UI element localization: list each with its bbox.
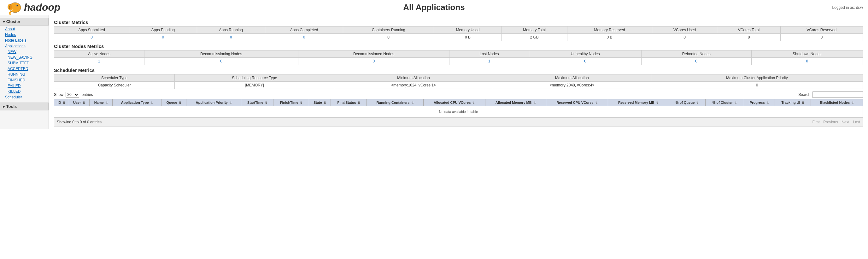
col-minimum-allocation: Minimum Allocation <box>334 75 493 82</box>
header: hadoop All Applications Logged in as: dr… <box>0 0 868 15</box>
th-allocated-cpu-vcores[interactable]: Allocated CPU VCores ⇅ <box>423 99 485 106</box>
page-title: All Applications <box>403 2 465 12</box>
th-finalstatus[interactable]: FinalStatus ⇅ <box>331 99 367 106</box>
pagination-last[interactable]: Last <box>853 120 860 124</box>
th-allocated-memory-mb[interactable]: Allocated Memory MB ⇅ <box>485 99 546 106</box>
search-label: Search: <box>798 92 811 97</box>
col-shutdown-nodes: Shutdown Nodes <box>751 51 863 58</box>
val-memory-used: 0 B <box>434 34 502 41</box>
col-apps-submitted: Apps Submitted <box>54 27 129 34</box>
sidebar-item-running[interactable]: RUNNING <box>0 71 49 77</box>
hadoop-logo <box>5 0 24 16</box>
showing-text: Showing 0 to 0 of 0 entries <box>57 120 101 124</box>
sort-priority-icon: ⇅ <box>229 101 232 105</box>
sidebar-item-new[interactable]: NEW <box>0 49 49 55</box>
apps-table: ID ⇅ User ⇅ Name ⇅ Application Type ⇅ Qu… <box>54 99 863 118</box>
show-label: Show <box>54 92 63 97</box>
val-apps-running: 0 <box>197 34 265 41</box>
sidebar-item-new-saving[interactable]: NEW_SAVING <box>0 55 49 60</box>
sidebar-item-failed[interactable]: FAILED <box>0 83 49 89</box>
val-containers-running: 0 <box>343 34 434 41</box>
val-vcores-used: 0 <box>652 34 717 41</box>
th-application-priority[interactable]: Application Priority ⇅ <box>186 99 241 106</box>
th-reserved-cpu-vcores[interactable]: Reserved CPU VCores ⇅ <box>546 99 608 106</box>
th-tracking-ui[interactable]: Tracking UI ⇅ <box>775 99 811 106</box>
pagination-first[interactable]: First <box>812 120 820 124</box>
th-reserved-memory-mb[interactable]: Reserved Memory MB ⇅ <box>608 99 669 106</box>
entries-select[interactable]: 10 20 50 100 <box>66 92 79 97</box>
th-finishtime[interactable]: FinishTime ⇅ <box>274 99 309 106</box>
th-queue[interactable]: Queue ⇅ <box>161 99 186 106</box>
th-progress[interactable]: Progress ⇅ <box>744 99 775 106</box>
val-lost-nodes: 1 <box>450 58 529 65</box>
cluster-nodes-metrics-table: Active Nodes Decommissioning Nodes Decom… <box>54 50 863 65</box>
sidebar-item-submitted[interactable]: SUBMITTED <box>0 60 49 66</box>
th-name[interactable]: Name ⇅ <box>90 99 113 106</box>
sort-name-icon: ⇅ <box>105 101 108 105</box>
th-blacklisted-nodes[interactable]: Blacklisted Nodes ⇅ <box>811 99 863 106</box>
col-active-nodes: Active Nodes <box>54 51 145 58</box>
sidebar-item-applications[interactable]: Applications <box>0 43 49 49</box>
col-apps-pending: Apps Pending <box>129 27 197 34</box>
no-data-row: No data available in table <box>54 106 863 118</box>
val-memory-reserved: 0 B <box>567 34 652 41</box>
sort-queue-icon: ⇅ <box>179 101 181 105</box>
svg-point-3 <box>17 5 18 7</box>
sort-reserved-mem-icon: ⇅ <box>656 101 658 105</box>
val-scheduling-resource-type: [MEMORY] <box>175 82 334 89</box>
val-maximum-allocation: <memory:2048, vCores:4> <box>493 82 651 89</box>
th-pct-queue[interactable]: % of Queue ⇅ <box>669 99 705 106</box>
scheduler-metrics-title: Scheduler Metrics <box>54 67 863 73</box>
logo-text: hadoop <box>24 2 61 13</box>
th-state[interactable]: State ⇅ <box>309 99 331 106</box>
pagination: First Previous Next Last <box>810 120 860 124</box>
val-apps-pending: 0 <box>129 34 197 41</box>
sidebar-item-nodes[interactable]: Nodes <box>0 32 49 37</box>
pagination-next[interactable]: Next <box>841 120 849 124</box>
no-data-message: No data available in table <box>54 106 863 118</box>
sort-containers-icon: ⇅ <box>411 101 414 105</box>
th-starttime[interactable]: StartTime ⇅ <box>241 99 274 106</box>
sidebar-item-finished[interactable]: FINISHED <box>0 77 49 83</box>
col-memory-total: Memory Total <box>501 27 567 34</box>
logged-in-status: Logged in as: dr.w <box>832 5 863 10</box>
sort-starttime-icon: ⇅ <box>265 101 268 105</box>
sidebar-item-node-labels[interactable]: Node Labels <box>0 37 49 43</box>
sort-state-icon: ⇅ <box>323 101 326 105</box>
sidebar-item-scheduler[interactable]: Scheduler <box>0 94 49 100</box>
table-controls: Show 10 20 50 100 entries Search: <box>54 91 863 98</box>
val-rebooted-nodes: 0 <box>641 58 751 65</box>
th-id[interactable]: ID ⇅ <box>54 99 69 106</box>
sidebar-cluster-header[interactable]: Cluster <box>0 18 49 26</box>
search-input[interactable] <box>812 91 863 98</box>
val-minimum-allocation: <memory:1024, vCores:1> <box>334 82 493 89</box>
entries-label: entries <box>82 92 93 97</box>
col-scheduler-type: Scheduler Type <box>54 75 175 82</box>
val-vcores-reserved: 0 <box>780 34 863 41</box>
th-application-type[interactable]: Application Type ⇅ <box>113 99 161 106</box>
sidebar-item-killed[interactable]: KILLED <box>0 89 49 94</box>
val-max-cluster-app-priority: 0 <box>651 82 863 89</box>
sort-pct-cluster-icon: ⇅ <box>734 101 737 105</box>
col-decommissioned-nodes: Decommissioned Nodes <box>298 51 449 58</box>
val-active-nodes: 1 <box>54 58 145 65</box>
sort-id-icon: ⇅ <box>63 101 65 105</box>
table-footer: Showing 0 to 0 of 0 entries First Previo… <box>54 118 863 126</box>
val-apps-completed: 0 <box>265 34 343 41</box>
pagination-previous[interactable]: Previous <box>823 120 838 124</box>
sort-pct-queue-icon: ⇅ <box>696 101 699 105</box>
th-pct-cluster[interactable]: % of Cluster ⇅ <box>706 99 744 106</box>
sort-allocated-mem-icon: ⇅ <box>533 101 536 105</box>
val-vcores-total: 8 <box>717 34 780 41</box>
val-memory-total: 2 GB <box>501 34 567 41</box>
th-user[interactable]: User ⇅ <box>69 99 90 106</box>
col-vcores-used: VCores Used <box>652 27 717 34</box>
th-running-containers[interactable]: Running Containers ⇅ <box>367 99 423 106</box>
sidebar-tools-header[interactable]: Tools <box>0 103 49 110</box>
layout: Cluster About Nodes Node Labels Applicat… <box>0 15 868 129</box>
sidebar-item-about[interactable]: About <box>0 26 49 32</box>
sort-allocated-cpu-icon: ⇅ <box>472 101 475 105</box>
col-decommissioning-nodes: Decommissioning Nodes <box>144 51 298 58</box>
sidebar-item-accepted[interactable]: ACCEPTED <box>0 66 49 71</box>
sort-finishtime-icon: ⇅ <box>300 101 303 105</box>
